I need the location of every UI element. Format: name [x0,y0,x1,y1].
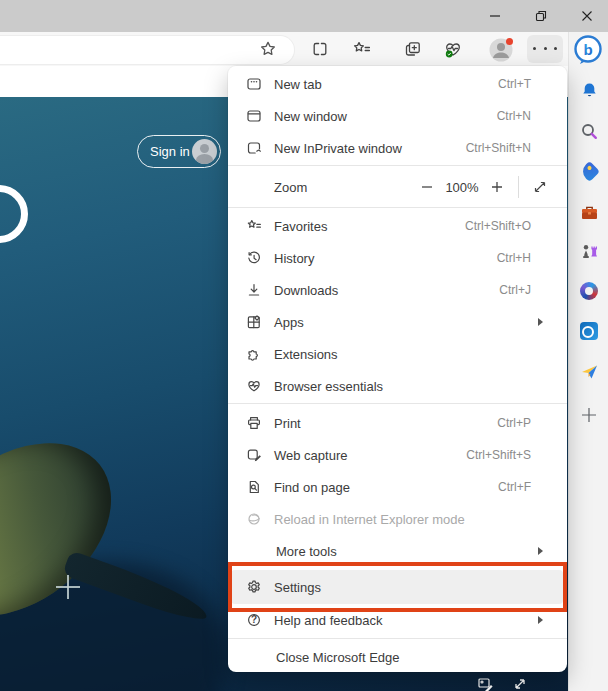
edge-browser-window: b Sign in [0,0,608,691]
sign-in-avatar-icon [192,139,217,164]
split-screen-icon [310,39,330,59]
chess-pieces-icon [580,242,599,261]
menu-separator [228,638,567,639]
favorite-this-page-button[interactable] [258,39,278,59]
collections-button[interactable] [403,39,423,59]
paper-plane-icon [580,362,599,381]
svg-text:b: b [583,41,592,58]
menu-item-label: Find on page [274,480,350,495]
sidebar-item-microsoft-365[interactable] [578,280,600,302]
inprivate-icon [246,140,262,156]
fullscreen-image-icon[interactable] [513,677,527,691]
partial-logo-ring [0,185,28,243]
menu-item-new-inprivate-window[interactable]: New InPrivate window Ctrl+Shift+N [232,132,563,164]
menu-item-zoom: Zoom 100% [232,171,563,203]
menu-separator [228,165,567,166]
menu-item-settings[interactable]: Settings [232,571,563,603]
new-window-icon [246,108,262,124]
profile-button[interactable] [488,37,514,63]
sign-in-button[interactable]: Sign in [137,135,221,168]
shopping-tag-icon [578,160,599,181]
menu-item-label: Favorites [274,219,327,234]
minimize-button[interactable] [472,0,518,32]
menu-item-shortcut: Ctrl+F [498,480,531,494]
menu-item-label: New window [274,109,347,124]
sidebar-add-button[interactable] [578,404,600,426]
browser-essentials-button[interactable] [443,39,463,59]
sidebar-item-notifications[interactable] [578,80,600,102]
svg-text:?: ? [251,614,257,625]
sidebar-item-tools[interactable] [578,201,600,223]
menu-item-new-tab[interactable]: New tab Ctrl+T [232,68,563,100]
menu-item-apps[interactable]: Apps [232,306,563,338]
toolbox-icon [580,203,599,222]
zoom-out-button[interactable] [414,174,440,200]
submenu-arrow-icon [538,318,543,326]
menu-item-label: More tools [276,544,337,559]
menu-item-shortcut: Ctrl+P [497,416,531,430]
menu-item-shortcut: Ctrl+T [498,77,531,91]
menu-item-label: Settings [274,580,321,595]
favorites-button[interactable] [352,39,372,59]
fullscreen-button[interactable] [527,174,553,200]
split-screen-button[interactable] [310,39,330,59]
edit-background-icon[interactable] [478,677,493,691]
sidebar-item-games[interactable] [578,240,600,262]
heart-pulse-icon [246,378,262,394]
menu-item-extensions[interactable]: Extensions [232,338,563,370]
restore-icon [535,10,547,22]
favorites-star-icon [246,218,262,234]
crosshair-cursor [67,575,69,599]
heart-pulse-icon [443,39,463,59]
apps-icon [246,314,262,330]
divider [518,176,519,198]
menu-separator [228,403,567,404]
menu-item-web-capture[interactable]: Web capture Ctrl+Shift+S [232,439,563,471]
close-button[interactable] [564,0,608,32]
restore-button[interactable] [518,0,564,32]
menu-item-downloads[interactable]: Downloads Ctrl+J [232,274,563,306]
submenu-arrow-icon [538,547,543,555]
internet-explorer-icon [246,511,262,527]
address-bar[interactable] [0,36,294,64]
favorites-star-icon [352,39,372,59]
printer-icon [246,415,262,431]
sidebar-item-shopping[interactable] [578,160,600,182]
menu-item-label: Close Microsoft Edge [276,650,400,665]
menu-item-label: History [274,251,314,266]
menu-item-favorites[interactable]: Favorites Ctrl+Shift+O [232,210,563,242]
download-icon [246,282,262,298]
menu-item-reload-in-ie-mode: Reload in Internet Explorer mode [232,503,563,535]
menu-item-shortcut: Ctrl+Shift+N [466,141,531,155]
menu-item-history[interactable]: History Ctrl+H [232,242,563,274]
menu-item-label: Apps [274,315,304,330]
menu-item-help-and-feedback[interactable]: ? Help and feedback [232,604,563,636]
menu-item-label: Help and feedback [274,613,382,628]
puzzle-icon [246,346,262,362]
menu-item-new-window[interactable]: New window Ctrl+N [232,100,563,132]
menu-item-shortcut: Ctrl+H [497,251,531,265]
sidebar-item-outlook[interactable] [578,320,600,342]
sidebar-item-bing-copilot[interactable]: b [572,34,604,66]
menu-item-label: Print [274,416,301,431]
menu-item-more-tools[interactable]: More tools [232,535,563,567]
web-capture-icon [246,447,262,463]
menu-item-print[interactable]: Print Ctrl+P [232,407,563,439]
menu-item-label: New InPrivate window [274,141,402,156]
ellipsis-icon [533,47,557,51]
outlook-icon [580,322,598,340]
menu-item-label: New tab [274,77,322,92]
menu-item-find-on-page[interactable]: Find on page Ctrl+F [232,471,563,503]
menu-item-browser-essentials[interactable]: Browser essentials [232,370,563,402]
history-clock-icon [246,250,262,266]
submenu-arrow-icon [538,616,543,624]
zoom-value: 100% [440,180,484,195]
sidebar-item-search[interactable] [578,120,600,142]
sidebar-item-drop[interactable] [578,360,600,382]
zoom-in-button[interactable] [484,174,510,200]
zoom-label: Zoom [274,180,307,195]
minimize-icon [489,10,501,22]
menu-item-close-microsoft-edge[interactable]: Close Microsoft Edge [232,641,563,673]
gear-icon [246,579,262,595]
help-icon: ? [246,612,262,628]
